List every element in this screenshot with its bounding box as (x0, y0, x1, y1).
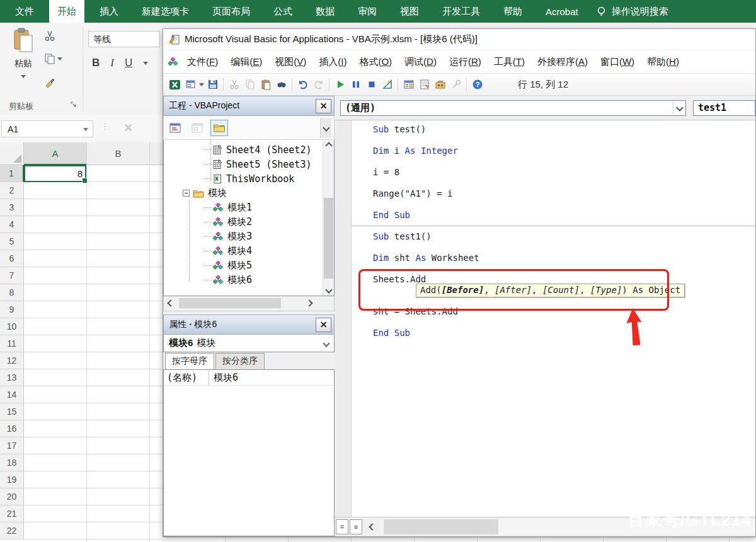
design-mode-icon[interactable] (379, 77, 395, 93)
row-header-12[interactable]: 12 (0, 352, 24, 369)
code-hscrollbar[interactable] (380, 519, 755, 534)
row-header-13[interactable]: 13 (0, 369, 24, 386)
row-header-16[interactable]: 16 (0, 420, 24, 437)
active-cell-a1[interactable]: 8 (24, 165, 86, 182)
code-editor[interactable]: Sub test()Dim i As Integeri = 8Range("A1… (335, 120, 755, 517)
cancel-entry-icon[interactable]: ✕ (123, 121, 133, 135)
project-tree-vscrollbar[interactable] (323, 140, 334, 296)
code-line-9[interactable] (373, 221, 755, 231)
help-icon[interactable]: ? (469, 77, 485, 93)
view-excel-icon[interactable] (167, 77, 183, 93)
bold-button[interactable]: B (92, 57, 100, 69)
break-icon[interactable] (348, 77, 364, 93)
reset-icon[interactable] (364, 77, 379, 93)
ribbon-tab-new-tab[interactable]: 新建选项卡 (134, 0, 197, 23)
vba-menu-item-1[interactable]: 编辑(E) (224, 54, 268, 71)
underline-button[interactable]: U (125, 57, 132, 69)
ribbon-tab-data[interactable]: 数据 (307, 0, 343, 23)
format-painter-button[interactable] (44, 77, 55, 88)
ribbon-tab-home[interactable]: 开始 (49, 0, 84, 23)
ribbon-tab-page-layout[interactable]: 页面布局 (204, 0, 258, 23)
vba-menu-item-7[interactable]: 工具(T) (488, 54, 531, 71)
scroll-right-icon[interactable] (304, 297, 315, 309)
underline-dropdown-arrow[interactable] (143, 62, 148, 65)
tell-me-search[interactable]: 操作说明搜索 (597, 0, 668, 23)
chevron-down-icon[interactable] (323, 340, 329, 347)
row-header-2[interactable]: 2 (0, 182, 24, 199)
properties-window-icon[interactable] (416, 77, 432, 93)
vba-menu-item-0[interactable]: 文件(F) (181, 54, 224, 71)
row-header-20[interactable]: 20 (0, 488, 24, 505)
row-header-22[interactable]: 22 (0, 522, 24, 539)
code-line-7[interactable] (373, 199, 755, 210)
vba-menu-item-2[interactable]: 视图(V) (268, 54, 312, 71)
insert-dropdown-arrow[interactable] (198, 83, 205, 86)
panel-scroll-button[interactable] (320, 118, 331, 138)
row-header-14[interactable]: 14 (0, 386, 24, 403)
addins-icon[interactable] (448, 77, 464, 93)
scroll-down-icon[interactable] (323, 284, 334, 296)
full-module-view-button[interactable]: ≡ (350, 519, 362, 534)
properties-title-bar[interactable]: 属性 - 模块6 ✕ (163, 314, 335, 335)
ribbon-tab-insert[interactable]: 插入 (91, 0, 127, 23)
ribbon-tab-help[interactable]: 帮助 (495, 0, 530, 23)
row-header-15[interactable]: 15 (0, 403, 24, 420)
ribbon-tab-file[interactable]: 文件 (7, 0, 42, 23)
font-name-select[interactable]: 等线 (88, 31, 160, 47)
properties-tab-1[interactable]: 按分类序 (215, 353, 265, 369)
cells-area[interactable]: 8 (24, 165, 163, 542)
project-explorer-title-bar[interactable]: 工程 - VBAProject ✕ (163, 96, 335, 116)
code-line-0[interactable]: Sub test() (373, 124, 755, 135)
project-tree-hscrollbar[interactable] (163, 296, 335, 311)
row-header-8[interactable]: 8 (0, 284, 24, 301)
row-header-21[interactable]: 21 (0, 505, 24, 522)
scroll-left-icon[interactable] (165, 297, 176, 309)
code-line-11[interactable] (373, 242, 755, 253)
project-explorer-close-button[interactable]: ✕ (316, 99, 331, 113)
chevron-down-icon[interactable] (673, 101, 685, 115)
scroll-up-icon[interactable] (323, 140, 334, 151)
fill-handle[interactable] (82, 178, 88, 183)
undo-icon[interactable] (295, 77, 311, 93)
collapse-expander-icon[interactable] (183, 190, 190, 197)
code-line-3[interactable] (373, 156, 755, 167)
view-object-icon[interactable] (188, 120, 206, 136)
code-line-15[interactable]: Add([Before], [After], [Count], [Type]) … (373, 285, 755, 296)
tree-item-Sheet5 (Sheet3)[interactable]: Sheet5 (Sheet3) (164, 157, 334, 171)
row-header-1[interactable]: 1 (0, 165, 24, 182)
vba-menu-item-9[interactable]: 窗口(W) (594, 54, 641, 71)
tree-item-Sheet4 (Sheet2)[interactable]: Sheet4 (Sheet2) (164, 142, 334, 157)
code-line-17[interactable]: sht = Sheets.Add (373, 306, 755, 317)
select-all-corner[interactable] (0, 142, 24, 165)
row-header-17[interactable]: 17 (0, 437, 24, 454)
tree-item-模块[interactable]: 模块 (164, 186, 334, 200)
run-icon[interactable] (332, 77, 348, 93)
redo-icon[interactable] (311, 77, 326, 93)
code-line-13[interactable] (373, 263, 755, 274)
column-header-c[interactable] (149, 142, 163, 165)
code-line-6[interactable]: Range("A1") = i (373, 188, 755, 199)
row-header-18[interactable]: 18 (0, 454, 24, 471)
find-icon[interactable] (273, 77, 289, 93)
ribbon-tab-review[interactable]: 审阅 (350, 0, 385, 23)
name-box-dropdown-arrow[interactable] (83, 128, 88, 131)
vba-menu-item-8[interactable]: 外接程序(A) (531, 54, 594, 71)
code-line-19[interactable]: End Sub (373, 328, 755, 338)
row-header-4[interactable]: 4 (0, 216, 24, 233)
code-line-5[interactable] (373, 178, 755, 188)
cut-icon[interactable] (226, 77, 242, 93)
properties-object-select[interactable]: 模块6 模块 (163, 335, 335, 352)
vba-menu-item-3[interactable]: 插入(I) (312, 54, 353, 71)
paste-dropdown-arrow[interactable] (21, 75, 26, 78)
row-header-11[interactable]: 11 (0, 335, 24, 352)
ribbon-tab-developer[interactable]: 开发工具 (434, 0, 488, 23)
ribbon-tab-formulas[interactable]: 公式 (265, 0, 301, 23)
code-line-12[interactable]: Dim sht As Worksheet (373, 253, 755, 263)
vba-title-bar[interactable]: Microsoft Visual Basic for Applications … (163, 29, 755, 50)
vscroll-thumb[interactable] (324, 198, 333, 279)
code-line-8[interactable]: End Sub (373, 210, 755, 221)
vba-menu-item-10[interactable]: 帮助(H) (641, 54, 685, 71)
italic-button[interactable]: I (110, 57, 114, 69)
hscroll-thumb[interactable] (179, 298, 281, 308)
vba-menu-item-5[interactable]: 调试(D) (398, 54, 443, 71)
